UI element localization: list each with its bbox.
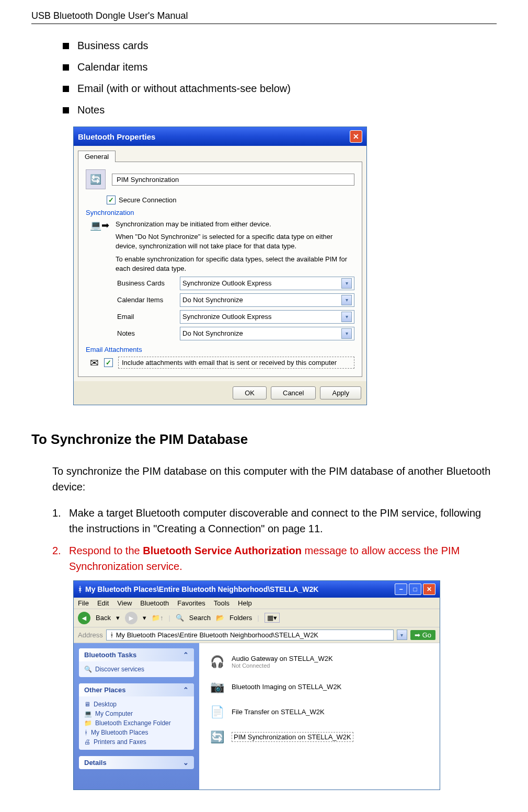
other-places-header[interactable]: Other Places ⌃: [79, 683, 194, 696]
panel-title: Details: [84, 759, 107, 767]
menu-help[interactable]: Help: [238, 599, 252, 607]
menu-favorites[interactable]: Favorites: [177, 599, 205, 607]
email-select[interactable]: Synchronize Outlook Express ▾: [180, 310, 354, 324]
cancel-button[interactable]: Cancel: [271, 386, 316, 399]
step-2: 2. Respond to the Bluetooth Service Auth…: [52, 543, 497, 574]
addressbar: Address ᚼ My Bluetooth Places\Entire Blu…: [74, 627, 440, 643]
sync-devices-icon: 💻➡: [90, 220, 109, 231]
bluetooth-tasks-header[interactable]: Bluetooth Tasks ⌃: [79, 648, 194, 661]
square-bullet-icon: [63, 43, 69, 49]
forward-dropdown-icon[interactable]: ▾: [143, 614, 146, 622]
link-label: My Bluetooth Places: [91, 729, 148, 736]
bullet-item: Notes: [63, 104, 497, 116]
tab-general[interactable]: General: [78, 151, 116, 162]
address-input[interactable]: ᚼ My Bluetooth Places\Entire Bluetooth N…: [106, 630, 394, 641]
include-attachments-label: Include attachments with email that is s…: [118, 357, 354, 369]
calendar-items-select[interactable]: Do Not Synchronize ▾: [180, 293, 354, 307]
service-file-transfer[interactable]: 📄 File Transfer on STELLA_W2K: [205, 700, 433, 725]
email-icon: ✉: [90, 357, 99, 369]
address-value: My Bluetooth Places\Entire Bluetooth Nei…: [116, 631, 318, 639]
close-icon[interactable]: ✕: [350, 130, 362, 143]
desktop-link[interactable]: 🖥Desktop: [84, 700, 189, 709]
maximize-button[interactable]: □: [409, 584, 421, 595]
details-panel: Details ⌄: [79, 756, 194, 769]
square-bullet-icon: [63, 107, 69, 113]
menu-tools[interactable]: Tools: [214, 599, 229, 607]
step-number: 2.: [52, 543, 69, 574]
printers-link[interactable]: 🖨Printers and Faxes: [84, 737, 189, 747]
go-button[interactable]: ➡ Go: [410, 630, 435, 640]
step-text: Respond to the Bluetooth Service Authori…: [69, 543, 497, 574]
menu-file[interactable]: File: [78, 599, 89, 607]
link-label: Desktop: [94, 701, 117, 708]
document-header: USB Bluetooth Dongle User's Manual: [31, 10, 497, 24]
chevron-down-icon[interactable]: ▾: [341, 295, 352, 305]
email-attachments-group-label: Email Attachments: [86, 346, 354, 353]
sync-desc-2: When "Do Not Synchronize" is selected fo…: [116, 232, 354, 251]
bullet-text: Notes: [77, 104, 105, 116]
chevron-down-icon[interactable]: ▾: [341, 278, 352, 289]
select-value: Synchronize Outlook Express: [182, 279, 272, 287]
search-icon: 🔍: [84, 666, 92, 673]
back-dropdown-icon[interactable]: ▾: [116, 614, 120, 622]
bullet-item: Business cards: [63, 40, 497, 52]
views-button-icon[interactable]: ▦▾: [265, 613, 280, 623]
minimize-button[interactable]: −: [395, 584, 407, 595]
search-label[interactable]: Search: [189, 614, 211, 622]
square-bullet-icon: [63, 64, 69, 71]
apply-button[interactable]: Apply: [320, 386, 361, 399]
business-cards-select[interactable]: Synchronize Outlook Express ▾: [180, 277, 354, 290]
service-pim-sync[interactable]: 🔄 PIM Synchronization on STELLA_W2K: [205, 725, 433, 750]
bt-exchange-link[interactable]: 📁Bluetooth Exchange Folder: [84, 718, 189, 728]
expand-icon[interactable]: ⌄: [183, 759, 189, 767]
step-1: 1. Make a target Bluetooth computer disc…: [52, 505, 497, 536]
bluetooth-properties-dialog: Bluetooth Properties ✕ General 🔄 PIM Syn…: [73, 127, 367, 405]
service-name: File Transfer on STELLA_W2K: [232, 708, 325, 716]
business-cards-label: Business Cards: [117, 279, 180, 287]
collapse-icon[interactable]: ⌃: [183, 651, 189, 659]
dialog-title: Bluetooth Properties: [78, 132, 155, 141]
collapse-icon[interactable]: ⌃: [183, 686, 189, 694]
close-button[interactable]: ✕: [423, 584, 435, 595]
bullet-text: Business cards: [77, 40, 148, 52]
discover-services-link[interactable]: 🔍 Discover services: [84, 665, 189, 674]
notes-select[interactable]: Do Not Synchronize ▾: [180, 327, 354, 340]
service-name-input[interactable]: PIM Synchronization: [112, 174, 354, 186]
forward-button-icon[interactable]: ►: [125, 612, 137, 624]
computer-icon: 💻: [84, 710, 92, 717]
address-label: Address: [78, 631, 103, 639]
secure-connection-checkbox[interactable]: ✓: [107, 196, 116, 204]
dialog-titlebar[interactable]: Bluetooth Properties ✕: [74, 127, 366, 146]
my-computer-link[interactable]: 💻My Computer: [84, 709, 189, 718]
ok-button[interactable]: OK: [233, 386, 267, 399]
explorer-main: 🎧 Audio Gateway on STELLA_W2K Not Connec…: [199, 643, 440, 790]
chevron-down-icon[interactable]: ▾: [341, 328, 352, 339]
menu-bluetooth[interactable]: Bluetooth: [140, 599, 169, 607]
back-button-label[interactable]: Back: [96, 614, 111, 622]
go-label: Go: [422, 631, 431, 639]
explorer-titlebar[interactable]: ᚼ My Bluetooth Places\Entire Bluetooth N…: [74, 581, 440, 598]
folders-label[interactable]: Folders: [229, 614, 252, 622]
details-header[interactable]: Details ⌄: [79, 756, 194, 769]
select-value: Synchronize Outlook Express: [182, 313, 272, 321]
window-title: My Bluetooth Places\Entire Bluetooth Nei…: [85, 585, 318, 593]
go-arrow-icon: ➡: [415, 631, 420, 639]
service-name: Audio Gateway on STELLA_W2K: [232, 655, 333, 662]
up-button-icon[interactable]: 📁↑: [152, 614, 164, 622]
address-dropdown-icon[interactable]: ▾: [397, 630, 407, 640]
service-bluetooth-imaging[interactable]: 📷 Bluetooth Imaging on STELLA_W2K: [205, 674, 433, 700]
back-button-icon[interactable]: ◄: [78, 612, 90, 624]
folders-icon[interactable]: 📂: [216, 614, 224, 622]
chevron-down-icon[interactable]: ▾: [341, 312, 352, 322]
camera-icon: 📷: [208, 678, 226, 696]
service-audio-gateway[interactable]: 🎧 Audio Gateway on STELLA_W2K Not Connec…: [205, 649, 433, 674]
headset-icon: 🎧: [208, 653, 226, 671]
menu-edit[interactable]: Edit: [97, 599, 109, 607]
include-attachments-checkbox[interactable]: ✓: [104, 358, 113, 367]
bt-places-link[interactable]: ᚼMy Bluetooth Places: [84, 728, 189, 737]
search-icon[interactable]: 🔍: [176, 614, 184, 622]
link-label: Discover services: [95, 666, 144, 673]
menu-view[interactable]: View: [117, 599, 132, 607]
synchronization-group-label: Synchronization: [86, 209, 354, 216]
calendar-items-label: Calendar Items: [117, 296, 180, 304]
